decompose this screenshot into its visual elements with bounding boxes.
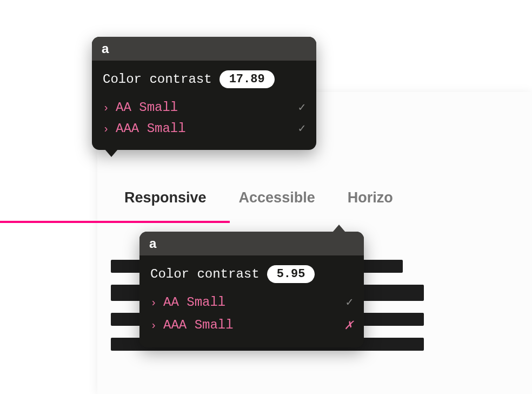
criteria-row-aaa-small[interactable]: › AAA Small ✓	[103, 118, 305, 139]
tooltip-title-row: Color contrast 5.95	[150, 265, 353, 283]
tooltip-pointer-icon	[105, 149, 118, 157]
tab-accessible[interactable]: Accessible	[239, 189, 315, 218]
fail-icon: ✗	[344, 316, 353, 333]
contrast-ratio-badge: 5.95	[267, 265, 315, 283]
tooltip-header: a	[139, 232, 364, 255]
tooltip-body: Color contrast 17.89 › AA Small ✓ › AAA …	[92, 61, 316, 150]
criteria-label: AAA Small	[116, 121, 186, 136]
tooltip-title: Color contrast	[150, 267, 260, 281]
contrast-tooltip-1: a Color contrast 17.89 › AA Small ✓ › AA…	[92, 37, 316, 150]
tooltip-title: Color contrast	[103, 72, 212, 87]
tooltip-element-letter: a	[102, 41, 109, 56]
tab-horizontal[interactable]: Horizo	[348, 189, 393, 218]
contrast-tooltip-2: a Color contrast 5.95 › AA Small ✓ › AAA…	[139, 232, 364, 347]
tab-active-underline	[0, 221, 230, 223]
criteria-row-aa-small[interactable]: › AA Small ✓	[150, 292, 353, 313]
tab-responsive[interactable]: Responsive	[124, 189, 207, 218]
check-icon: ✓	[346, 295, 353, 310]
criteria-row-aaa-small[interactable]: › AAA Small ✗	[150, 313, 353, 337]
check-icon: ✓	[298, 121, 305, 136]
tooltip-header: a	[92, 37, 316, 61]
criteria-label: AA Small	[163, 295, 225, 310]
contrast-ratio-badge: 17.89	[220, 70, 275, 88]
tooltip-title-row: Color contrast 17.89	[103, 70, 305, 88]
criteria-label: AAA Small	[163, 318, 234, 332]
tooltip-element-letter: a	[149, 236, 156, 251]
caret-icon: ›	[150, 297, 157, 309]
tooltip-body: Color contrast 5.95 › AA Small ✓ › AAA S…	[139, 255, 364, 347]
criteria-label: AA Small	[116, 100, 178, 115]
criteria-row-aa-small[interactable]: › AA Small ✓	[103, 97, 305, 118]
caret-icon: ›	[103, 102, 109, 114]
caret-icon: ›	[150, 319, 157, 332]
tooltip-pointer-icon	[332, 225, 345, 232]
check-icon: ✓	[298, 100, 305, 115]
caret-icon: ›	[103, 123, 109, 135]
